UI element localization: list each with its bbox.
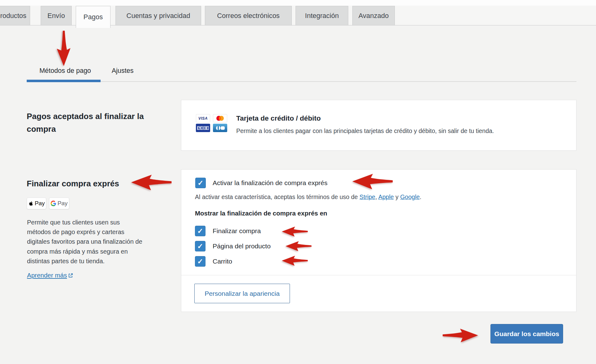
enable-express-checkbox[interactable]: ✓ — [195, 178, 206, 188]
google-pay-badge: Pay — [49, 198, 69, 209]
card-panel-title: Tarjeta de crédito / débito — [236, 114, 321, 122]
terms-period: . — [420, 193, 421, 200]
apple-logo-icon — [28, 200, 34, 206]
stripe-link[interactable]: Stripe — [359, 193, 375, 200]
google-logo-icon — [51, 201, 56, 206]
terms-and: y — [394, 193, 400, 200]
subtab-active-underline — [27, 80, 101, 82]
subtab-metodos-de-pago[interactable]: Métodos de pago — [30, 67, 100, 75]
apple-link[interactable]: Apple — [378, 193, 394, 200]
check-icon: ✓ — [197, 180, 203, 187]
visa-icon: VISA — [196, 114, 210, 122]
tab-pagos[interactable]: Pagos — [76, 6, 111, 28]
terms-comma: , — [375, 193, 378, 200]
save-changes-button[interactable]: Guardar los cambios — [490, 324, 563, 344]
card-payments-panel: VISA — [181, 100, 576, 151]
check-icon: ✓ — [197, 258, 203, 265]
customize-appearance-button[interactable]: Personalizar la apariencia — [194, 284, 290, 303]
tab-avanzado[interactable]: Avanzado — [352, 6, 395, 25]
check-icon: ✓ — [197, 243, 203, 250]
option-carrito-checkbox[interactable]: ✓ — [195, 256, 205, 267]
express-description-line: digitales favoritos para una finalizació… — [27, 237, 160, 246]
option-finalizar-compra-checkbox[interactable]: ✓ — [195, 226, 205, 236]
annotation-arrow-save — [430, 328, 491, 343]
google-pay-label: Pay — [57, 200, 68, 207]
express-description-line: métodos de pago exprés y carteras — [27, 227, 160, 237]
annotation-arrow-finalizar — [281, 224, 308, 239]
google-link[interactable]: Google — [400, 193, 420, 200]
express-description-line: Permite que tus clientes usen sus — [27, 218, 160, 227]
check-icon: ✓ — [197, 228, 203, 235]
option-pagina-producto-label: Página del producto — [213, 242, 271, 250]
external-link-icon — [68, 273, 73, 278]
show-express-heading: Mostrar la finalización de compra exprés… — [195, 210, 327, 217]
annotation-arrow-carrito — [281, 254, 308, 268]
panel-divider — [181, 275, 576, 275]
tab-productos[interactable]: Productos — [0, 6, 30, 25]
subtab-divider — [27, 81, 576, 82]
visa-label: VISA — [198, 116, 208, 121]
learn-more-label: Aprender más — [27, 272, 67, 279]
option-carrito-label: Carrito — [213, 258, 232, 265]
annotation-arrow-pagina — [285, 239, 312, 253]
express-checkout-heading: Finalizar compra exprés — [27, 177, 119, 190]
option-finalizar-compra-label: Finalizar compra — [213, 227, 261, 235]
tab-envio[interactable]: Envío — [41, 6, 72, 25]
top-strip — [0, 0, 596, 6]
apple-pay-label: Pay — [35, 200, 45, 207]
diners-icon — [213, 124, 227, 132]
tab-cuentas-y-privacidad[interactable]: Cuentas y privacidad — [115, 6, 201, 25]
unionpay-icon — [196, 124, 210, 132]
tab-correos-electronicos[interactable]: Correos electrónicos — [205, 6, 292, 25]
terms-prefix: Al activar esta característica, aceptas … — [195, 193, 359, 200]
express-description-line: distintas partes de tu tienda. — [27, 256, 160, 266]
settings-page: Productos Envío Pagos Cuentas y privacid… — [0, 0, 596, 364]
express-checkout-panel: ✓ Activar la finalización de compra expr… — [181, 169, 576, 312]
option-pagina-producto-checkbox[interactable]: ✓ — [195, 241, 205, 251]
card-panel-description: Permite a los clientes pagar con las pri… — [236, 127, 494, 135]
annotation-arrow-metodos — [56, 30, 71, 67]
annotation-arrow-express-heading — [128, 174, 174, 191]
apple-pay-badge: Pay — [27, 198, 46, 209]
enable-express-label: Activar la finalización de compra exprés — [213, 179, 327, 187]
subtab-ajustes[interactable]: Ajustes — [106, 67, 140, 75]
mastercard-icon — [213, 114, 227, 122]
express-description: Permite que tus clientes usen sus método… — [27, 218, 160, 266]
express-description-line: compra más rápida y más segura en — [27, 247, 160, 256]
accepted-payments-heading: Pagos aceptados al finalizar la compra — [27, 110, 160, 135]
annotation-arrow-enable — [350, 173, 394, 190]
tab-integracion[interactable]: Integración — [296, 6, 348, 25]
learn-more-link[interactable]: Aprender más — [27, 272, 73, 279]
terms-text: Al activar esta característica, aceptas … — [195, 193, 422, 201]
